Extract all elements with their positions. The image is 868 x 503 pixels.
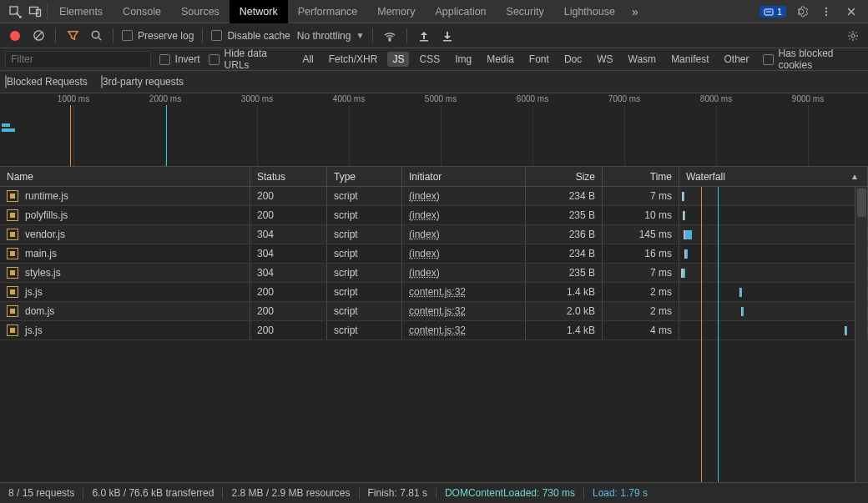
filter-icon[interactable]: [64, 28, 81, 44]
script-file-icon: [7, 267, 18, 279]
blocked-requests-checkbox[interactable]: Blocked Requests: [5, 76, 88, 88]
type-font[interactable]: Font: [524, 52, 554, 67]
table-row[interactable]: dom.js200scriptcontent.js:322.0 kB2 ms: [0, 302, 868, 321]
overview-domcontent-marker: [70, 105, 71, 166]
type-other[interactable]: Other: [719, 52, 754, 67]
table-row[interactable]: js.js200scriptcontent.js:321.4 kB2 ms: [0, 283, 868, 302]
request-initiator[interactable]: (index): [409, 190, 440, 202]
table-row[interactable]: main.js304script(index)234 B16 ms: [0, 244, 868, 264]
col-time[interactable]: Time: [603, 167, 679, 186]
table-header: Name Status Type Initiator Size Time Wat…: [0, 167, 868, 187]
col-name[interactable]: Name: [0, 167, 250, 186]
col-initiator[interactable]: Initiator: [402, 167, 526, 186]
type-doc[interactable]: Doc: [559, 52, 587, 67]
download-har-icon[interactable]: [439, 28, 456, 44]
request-rows: runtime.js200script(index)234 B7 mspolyf…: [0, 187, 868, 482]
preserve-log-checkbox[interactable]: Preserve log: [122, 30, 194, 42]
request-type: script: [327, 244, 402, 263]
tab-lighthouse[interactable]: Lighthouse: [554, 0, 625, 23]
col-type[interactable]: Type: [327, 167, 402, 186]
table-row[interactable]: runtime.js200script(index)234 B7 ms: [0, 187, 868, 206]
request-time: 4 ms: [603, 321, 679, 340]
request-size: 235 B: [526, 206, 603, 224]
table-row[interactable]: vendor.js304script(index)236 B145 ms: [0, 225, 868, 244]
request-type: script: [327, 187, 402, 205]
type-all[interactable]: All: [297, 52, 318, 67]
request-size: 1.4 kB: [526, 321, 603, 340]
request-waterfall-cell: [679, 244, 868, 263]
third-party-checkbox[interactable]: 3rd-party requests: [101, 76, 184, 88]
request-name: runtime.js: [25, 190, 68, 202]
clear-icon[interactable]: [30, 28, 47, 44]
request-initiator[interactable]: (index): [409, 229, 440, 240]
device-toolbar-icon[interactable]: [25, 2, 45, 22]
request-initiator[interactable]: (index): [409, 248, 440, 259]
svg-point-9: [389, 39, 391, 41]
separator: [406, 28, 407, 43]
request-type: script: [327, 206, 402, 224]
close-devtools-icon[interactable]: [841, 2, 861, 22]
request-size: 234 B: [526, 244, 603, 263]
request-initiator[interactable]: content.js:32: [409, 305, 466, 317]
table-row[interactable]: styles.js304script(index)235 B7 ms: [0, 264, 868, 283]
col-status[interactable]: Status: [250, 167, 327, 186]
filter-input[interactable]: [5, 51, 151, 68]
throttling-select[interactable]: No throttling ▼: [297, 30, 365, 42]
type-media[interactable]: Media: [482, 52, 519, 67]
table-row[interactable]: polyfills.js200script(index)235 B10 ms: [0, 206, 868, 225]
type-wasm[interactable]: Wasm: [623, 52, 662, 67]
request-waterfall-cell: [679, 302, 868, 320]
tab-elements[interactable]: Elements: [49, 0, 113, 23]
wifi-icon[interactable]: [381, 28, 398, 44]
request-initiator[interactable]: (index): [409, 209, 440, 221]
type-css[interactable]: CSS: [414, 52, 445, 67]
svg-point-4: [825, 7, 827, 8]
disable-cache-checkbox[interactable]: Disable cache: [211, 30, 290, 42]
table-row[interactable]: js.js200scriptcontent.js:321.4 kB4 ms: [0, 321, 868, 340]
type-fetch-xhr[interactable]: Fetch/XHR: [324, 52, 383, 67]
invert-checkbox[interactable]: Invert: [159, 53, 200, 65]
type-js[interactable]: JS: [387, 52, 409, 67]
chevron-down-icon: ▼: [356, 31, 364, 40]
request-initiator[interactable]: content.js:32: [409, 286, 466, 298]
request-type: script: [327, 225, 402, 244]
request-name: dom.js: [25, 305, 54, 317]
request-status: 200: [250, 206, 327, 224]
tab-memory[interactable]: Memory: [367, 0, 425, 23]
request-size: 1.4 kB: [526, 283, 603, 301]
network-settings-icon[interactable]: [845, 28, 861, 44]
request-status: 200: [250, 187, 327, 205]
sort-ascending-icon: ▲: [850, 172, 859, 181]
request-status: 304: [250, 225, 327, 244]
tab-application[interactable]: Application: [425, 0, 496, 23]
type-ws[interactable]: WS: [592, 52, 618, 67]
tab-console[interactable]: Console: [113, 0, 171, 23]
col-size[interactable]: Size: [526, 167, 603, 186]
tab-security[interactable]: Security: [497, 0, 554, 23]
inspect-element-icon[interactable]: [5, 2, 25, 22]
svg-point-12: [851, 33, 855, 37]
request-initiator[interactable]: (index): [409, 267, 440, 279]
has-blocked-cookies-checkbox[interactable]: Has blocked cookies: [763, 48, 864, 71]
upload-har-icon[interactable]: [416, 28, 432, 44]
overview-timeline[interactable]: 1000 ms 2000 ms 3000 ms 4000 ms 5000 ms …: [0, 93, 868, 167]
status-requests: 8 / 15 requests: [8, 487, 74, 499]
preserve-log-label: Preserve log: [138, 30, 194, 42]
type-manifest[interactable]: Manifest: [666, 52, 714, 67]
record-button[interactable]: [7, 28, 23, 44]
type-img[interactable]: Img: [450, 52, 477, 67]
issues-badge[interactable]: 1: [760, 6, 786, 18]
request-initiator[interactable]: content.js:32: [409, 324, 466, 336]
tab-network[interactable]: Network: [230, 0, 288, 23]
request-waterfall-cell: [679, 283, 868, 301]
kebab-menu-icon[interactable]: [816, 2, 836, 22]
tab-sources[interactable]: Sources: [171, 0, 230, 23]
hide-data-urls-checkbox[interactable]: Hide data URLs: [209, 48, 290, 71]
col-waterfall[interactable]: Waterfall ▲: [679, 167, 868, 186]
tab-performance[interactable]: Performance: [288, 0, 368, 23]
status-load: Load: 1.79 s: [593, 487, 648, 499]
overview-bar: [2, 128, 15, 132]
search-icon[interactable]: [88, 28, 104, 44]
settings-icon[interactable]: [791, 2, 811, 22]
more-tabs-icon[interactable]: »: [625, 2, 645, 22]
